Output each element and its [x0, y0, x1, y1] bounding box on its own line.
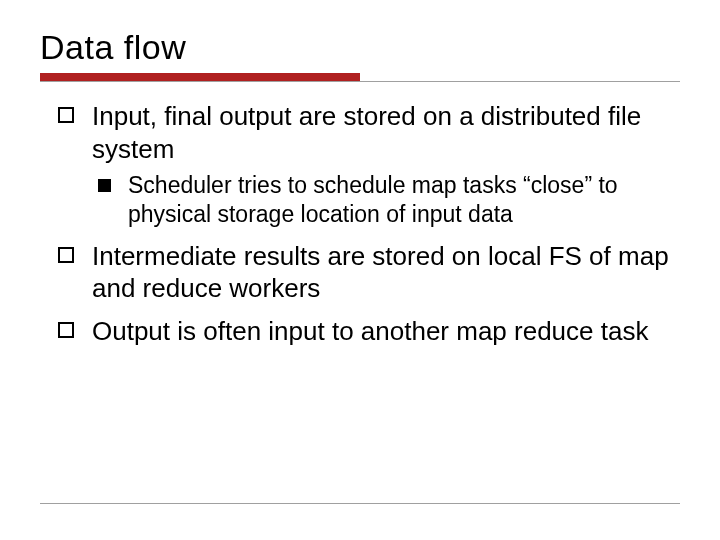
title-underline	[40, 73, 680, 82]
bullet-text: Input, final output are stored on a dist…	[92, 101, 641, 164]
bullet-text: Output is often input to another map red…	[92, 316, 648, 346]
footer-rule	[40, 503, 680, 504]
list-item: Scheduler tries to schedule map tasks “c…	[98, 171, 670, 230]
hollow-square-icon	[58, 107, 74, 123]
slide: Data flow Input, final output are stored…	[0, 0, 720, 540]
bullet-text: Intermediate results are stored on local…	[92, 241, 669, 304]
bullet-list: Input, final output are stored on a dist…	[58, 100, 670, 347]
slide-body: Input, final output are stored on a dist…	[40, 100, 680, 347]
list-item: Output is often input to another map red…	[58, 315, 670, 348]
bullet-text: Scheduler tries to schedule map tasks “c…	[128, 172, 618, 227]
filled-square-icon	[98, 179, 111, 192]
list-item: Intermediate results are stored on local…	[58, 240, 670, 305]
title-underline-thin	[40, 81, 680, 82]
slide-title: Data flow	[40, 28, 680, 67]
hollow-square-icon	[58, 247, 74, 263]
list-item: Input, final output are stored on a dist…	[58, 100, 670, 230]
hollow-square-icon	[58, 322, 74, 338]
sub-bullet-list: Scheduler tries to schedule map tasks “c…	[98, 171, 670, 230]
